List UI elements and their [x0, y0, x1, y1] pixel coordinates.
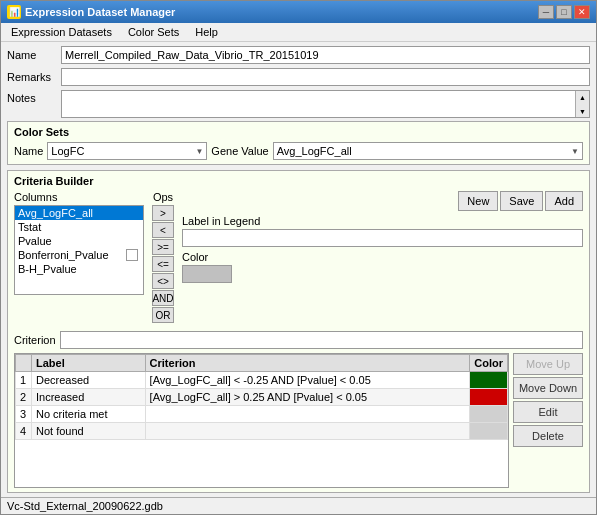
name-input[interactable] — [61, 46, 590, 64]
columns-panel: Columns Avg_LogFC_all Tstat Pvalue Bonfe… — [14, 191, 144, 324]
criteria-builder-section: Criteria Builder Columns Avg_LogFC_all T… — [7, 170, 590, 493]
col-header-color: Color — [470, 355, 508, 372]
list-item[interactable]: Avg_LogFC_all — [15, 206, 143, 220]
remarks-row: Remarks — [7, 68, 590, 86]
color-sets-title: Color Sets — [14, 126, 583, 138]
move-up-button[interactable]: Move Up — [513, 353, 583, 375]
row-num: 1 — [16, 372, 32, 389]
notes-scrollbar: ▲ ▼ — [575, 91, 589, 117]
combo-arrow-icon: ▼ — [195, 147, 203, 156]
table-row[interactable]: 2 Increased [Avg_LogFC_all] > 0.25 AND [… — [16, 389, 508, 406]
table-row[interactable]: 3 No criteria met — [16, 406, 508, 423]
menu-color-sets[interactable]: Color Sets — [120, 24, 187, 40]
row-criterion: [Avg_LogFC_all] > 0.25 AND [Pvalue] < 0.… — [145, 389, 470, 406]
move-down-button[interactable]: Move Down — [513, 377, 583, 399]
table-row[interactable]: 4 Not found — [16, 423, 508, 440]
scroll-up-arrow[interactable]: ▲ — [576, 91, 589, 103]
row-color — [470, 423, 508, 440]
remarks-input[interactable] — [61, 68, 590, 86]
row-num: 3 — [16, 406, 32, 423]
label-in-legend-input[interactable] — [182, 229, 583, 247]
close-button[interactable]: ✕ — [574, 5, 590, 19]
status-bar: Vc-Std_External_20090622.gdb — [1, 497, 596, 514]
remarks-label: Remarks — [7, 71, 57, 83]
gene-combo-arrow-icon: ▼ — [571, 147, 579, 156]
table-row[interactable]: 1 Decreased [Avg_LogFC_all] < -0.25 AND … — [16, 372, 508, 389]
gene-value-combo[interactable]: Avg_LogFC_all ▼ — [273, 142, 583, 160]
notes-row: Notes ▲ ▼ — [7, 90, 590, 118]
notes-textarea[interactable] — [62, 91, 575, 117]
list-item[interactable]: Tstat — [15, 220, 143, 234]
op-gte-button[interactable]: >= — [152, 239, 174, 255]
row-label: Decreased — [32, 372, 146, 389]
row-label: No criteria met — [32, 406, 146, 423]
window-icon: 📊 — [7, 5, 21, 19]
row-color — [470, 389, 508, 406]
name-label: Name — [7, 49, 57, 61]
side-buttons-panel: Move Up Move Down Edit Delete — [513, 353, 583, 488]
op-neq-button[interactable]: <> — [152, 273, 174, 289]
row-num: 2 — [16, 389, 32, 406]
menu-help[interactable]: Help — [187, 24, 226, 40]
color-sets-name-combo[interactable]: LogFC ▼ — [47, 142, 207, 160]
row-color — [470, 372, 508, 389]
save-button[interactable]: Save — [500, 191, 543, 211]
window-title: Expression Dataset Manager — [25, 6, 175, 18]
scroll-down-arrow[interactable]: ▼ — [576, 105, 589, 117]
table-section: Label Criterion Color 1 Decreased [Avg_L… — [14, 353, 583, 488]
op-or-button[interactable]: OR — [152, 307, 174, 323]
checkbox-icon[interactable] — [126, 249, 138, 261]
row-color — [470, 406, 508, 423]
row-criterion: [Avg_LogFC_all] < -0.25 AND [Pvalue] < 0… — [145, 372, 470, 389]
ops-label: Ops — [153, 191, 173, 203]
add-button[interactable]: Add — [545, 191, 583, 211]
label-in-legend-label: Label in Legend — [182, 215, 583, 227]
criterion-row: Criterion — [14, 331, 583, 349]
name-row: Name — [7, 46, 590, 64]
gene-value-label: Gene Value — [211, 145, 268, 157]
criteria-builder-title: Criteria Builder — [14, 175, 583, 187]
menu-expression-datasets[interactable]: Expression Datasets — [3, 24, 120, 40]
op-lte-button[interactable]: <= — [152, 256, 174, 272]
color-sets-row: Name LogFC ▼ Gene Value Avg_LogFC_all ▼ — [14, 142, 583, 160]
color-label: Color — [182, 251, 583, 263]
color-swatch[interactable] — [182, 265, 232, 283]
maximize-button[interactable]: □ — [556, 5, 572, 19]
color-sets-section: Color Sets Name LogFC ▼ Gene Value Avg_L… — [7, 121, 590, 165]
list-item[interactable]: Bonferroni_Pvalue — [15, 248, 143, 262]
col-header-num — [16, 355, 32, 372]
col-header-label: Label — [32, 355, 146, 372]
list-item[interactable]: B-H_Pvalue — [15, 262, 143, 276]
delete-button[interactable]: Delete — [513, 425, 583, 447]
row-label: Not found — [32, 423, 146, 440]
columns-listbox[interactable]: Avg_LogFC_all Tstat Pvalue Bonferroni_Pv… — [14, 205, 144, 295]
main-content: Name Remarks Notes ▲ ▼ Color Sets Name — [1, 42, 596, 497]
criteria-action-buttons: New Save Add — [182, 191, 583, 211]
col-header-criterion: Criterion — [145, 355, 470, 372]
criteria-right-panel: New Save Add Label in Legend Color — [182, 191, 583, 324]
op-and-button[interactable]: AND — [152, 290, 174, 306]
status-text: Vc-Std_External_20090622.gdb — [7, 500, 163, 512]
minimize-button[interactable]: ─ — [538, 5, 554, 19]
edit-button[interactable]: Edit — [513, 401, 583, 423]
color-sets-name-label: Name — [14, 145, 43, 157]
row-criterion — [145, 406, 470, 423]
op-gt-button[interactable]: > — [152, 205, 174, 221]
notes-label: Notes — [7, 90, 57, 104]
row-label: Increased — [32, 389, 146, 406]
op-lt-button[interactable]: < — [152, 222, 174, 238]
notes-input-area: ▲ ▼ — [61, 90, 590, 118]
columns-label: Columns — [14, 191, 144, 203]
criteria-table: Label Criterion Color 1 Decreased [Avg_L… — [15, 354, 508, 440]
list-item[interactable]: Pvalue — [15, 234, 143, 248]
title-bar: 📊 Expression Dataset Manager ─ □ ✕ — [1, 1, 596, 23]
ops-panel: Ops > < >= <= <> AND OR — [148, 191, 178, 324]
criteria-builder-top: Columns Avg_LogFC_all Tstat Pvalue Bonfe… — [14, 191, 583, 324]
criterion-input[interactable] — [60, 331, 583, 349]
main-window: 📊 Expression Dataset Manager ─ □ ✕ Expre… — [0, 0, 597, 515]
row-criterion — [145, 423, 470, 440]
row-num: 4 — [16, 423, 32, 440]
criterion-label: Criterion — [14, 334, 56, 346]
criteria-table-container: Label Criterion Color 1 Decreased [Avg_L… — [14, 353, 509, 488]
new-button[interactable]: New — [458, 191, 498, 211]
